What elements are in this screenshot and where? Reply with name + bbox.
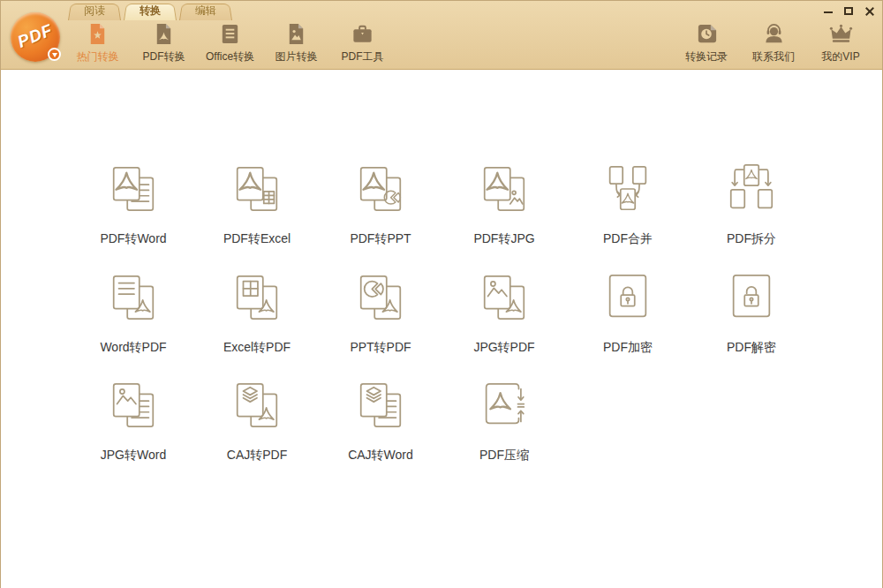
ppt-to-pdf-icon xyxy=(353,270,408,325)
toolbar-item-pdf-tools[interactable]: PDF工具 xyxy=(329,22,396,64)
grid-item-pdf-to-excel[interactable]: PDF转Excel xyxy=(195,162,319,270)
word-to-pdf-icon xyxy=(106,270,161,325)
pdf-to-jpg-icon xyxy=(477,162,532,216)
star-page-icon xyxy=(86,22,109,46)
grid-item-label: PDF转Excel xyxy=(223,231,291,247)
pdf-compress-icon xyxy=(477,378,532,433)
grid-item-label: PDF解密 xyxy=(727,340,776,356)
grid-item-ppt-to-pdf[interactable]: PPT转PDF xyxy=(319,270,442,379)
toolbar-item-label: 图片转换 xyxy=(275,49,318,64)
close-icon xyxy=(865,7,874,16)
office-doc-icon xyxy=(218,22,242,46)
grid-item-label: PPT转PDF xyxy=(350,340,411,356)
toolbar-right: 转换记录 联系我们 xyxy=(673,22,874,64)
grid-item-label: CAJ转PDF xyxy=(227,448,287,464)
grid-item-pdf-to-ppt[interactable]: PDF转PPT xyxy=(319,162,442,270)
pdf-to-excel-icon xyxy=(230,162,284,216)
pdf-merge-icon xyxy=(600,162,655,216)
grid-item-jpg-to-pdf[interactable]: JPG转PDF xyxy=(442,270,566,379)
toolbar-item-office-convert[interactable]: Office转换 xyxy=(197,22,263,64)
toolbar-item-label: 我的VIP xyxy=(821,49,859,64)
jpg-to-pdf-icon xyxy=(477,270,532,325)
maximize-button[interactable] xyxy=(840,4,857,18)
close-button[interactable] xyxy=(860,4,878,18)
maximize-icon xyxy=(844,7,853,15)
pdf-to-ppt-icon xyxy=(353,162,408,216)
tab-read[interactable]: 阅读 xyxy=(68,2,121,20)
toolbar-left: 热门转换 PDF转换 Office转换 xyxy=(64,22,396,64)
toolbar-item-convert-history[interactable]: 转换记录 xyxy=(673,22,740,64)
tab-convert-label: 转换 xyxy=(124,2,177,20)
grid-item-caj-to-pdf[interactable]: CAJ转PDF xyxy=(195,378,319,486)
tab-convert[interactable]: 转换 xyxy=(124,2,177,20)
grid-item-label: PDF合并 xyxy=(603,231,653,247)
grid-item-label: PDF压缩 xyxy=(479,448,529,464)
grid-item-label: Word转PDF xyxy=(100,340,166,356)
toolbar-item-label: PDF转换 xyxy=(143,49,185,64)
grid-item-label: PDF转JPG xyxy=(473,231,534,247)
tab-edit-label: 编辑 xyxy=(179,2,232,20)
tab-edit[interactable]: 编辑 xyxy=(179,2,232,20)
minimize-icon xyxy=(824,11,833,13)
grid-item-pdf-to-word[interactable]: PDF转Word xyxy=(72,162,195,270)
window-controls xyxy=(819,4,878,18)
toolbar-item-label: 转换记录 xyxy=(685,49,728,64)
grid-item-caj-to-word[interactable]: CAJ转Word xyxy=(319,378,442,486)
briefcase-icon xyxy=(351,22,374,46)
grid-item-pdf-decrypt[interactable]: PDF解密 xyxy=(690,270,813,379)
grid-item-label: JPG转PDF xyxy=(473,340,534,356)
main-content: PDF转Word PDF转Excel xyxy=(1,71,882,588)
jpg-to-word-icon xyxy=(106,378,161,433)
caj-to-pdf-icon xyxy=(230,378,284,433)
grid-item-label: PDF转Word xyxy=(100,231,166,247)
toolbar-item-contact-us[interactable]: 联系我们 xyxy=(740,22,807,64)
pdf-page-icon xyxy=(152,22,176,46)
grid-item-jpg-to-word[interactable]: JPG转Word xyxy=(72,378,195,486)
grid-item-pdf-to-jpg[interactable]: PDF转JPG xyxy=(442,162,566,270)
headset-icon xyxy=(762,22,786,46)
grid-item-label: JPG转Word xyxy=(101,448,166,464)
minimize-button[interactable] xyxy=(819,4,837,18)
grid-item-pdf-compress[interactable]: PDF压缩 xyxy=(442,378,566,486)
toolbar-item-my-vip[interactable]: 我的VIP xyxy=(807,22,874,64)
grid-item-pdf-merge[interactable]: PDF合并 xyxy=(566,162,690,270)
grid-item-pdf-split[interactable]: PDF拆分 xyxy=(690,162,813,270)
tab-bar: 阅读 转换 编辑 xyxy=(68,2,232,20)
pdf-encrypt-icon xyxy=(600,270,655,325)
grid-item-word-to-pdf[interactable]: Word转PDF xyxy=(72,270,195,379)
excel-to-pdf-icon xyxy=(230,270,284,325)
grid-item-pdf-encrypt[interactable]: PDF加密 xyxy=(566,270,690,379)
header: PDF 阅读 转换 编辑 热门转换 xyxy=(1,1,882,70)
history-clock-icon xyxy=(695,22,719,46)
pdf-decrypt-icon xyxy=(724,270,779,325)
toolbar-item-label: 热门转换 xyxy=(77,49,119,64)
image-page-icon xyxy=(284,22,308,46)
pdf-split-icon xyxy=(724,162,779,216)
logo-badge-icon xyxy=(48,48,61,61)
toolbar-item-label: PDF工具 xyxy=(342,49,384,64)
toolbar-item-label: Office转换 xyxy=(206,49,254,64)
grid-item-excel-to-pdf[interactable]: Excel转PDF xyxy=(195,270,319,379)
app-logo: PDF xyxy=(11,12,60,62)
pdf-to-word-icon xyxy=(106,162,161,216)
app-window: PDF 阅读 转换 编辑 热门转换 xyxy=(0,0,883,588)
tab-read-label: 阅读 xyxy=(68,2,121,20)
toolbar-item-hot-convert[interactable]: 热门转换 xyxy=(64,22,131,64)
toolbar-item-image-convert[interactable]: 图片转换 xyxy=(263,22,329,64)
grid-item-label: Excel转PDF xyxy=(223,340,291,356)
conversion-grid: PDF转Word PDF转Excel xyxy=(72,162,813,486)
toolbar-item-label: 联系我们 xyxy=(752,49,795,64)
toolbar-item-pdf-convert[interactable]: PDF转换 xyxy=(131,22,197,64)
grid-item-label: PDF加密 xyxy=(603,340,653,356)
grid-item-label: PDF拆分 xyxy=(727,231,776,247)
crown-icon xyxy=(829,22,853,46)
grid-item-label: PDF转PPT xyxy=(350,231,411,247)
caj-to-word-icon xyxy=(353,378,408,433)
grid-item-label: CAJ转Word xyxy=(348,448,413,464)
